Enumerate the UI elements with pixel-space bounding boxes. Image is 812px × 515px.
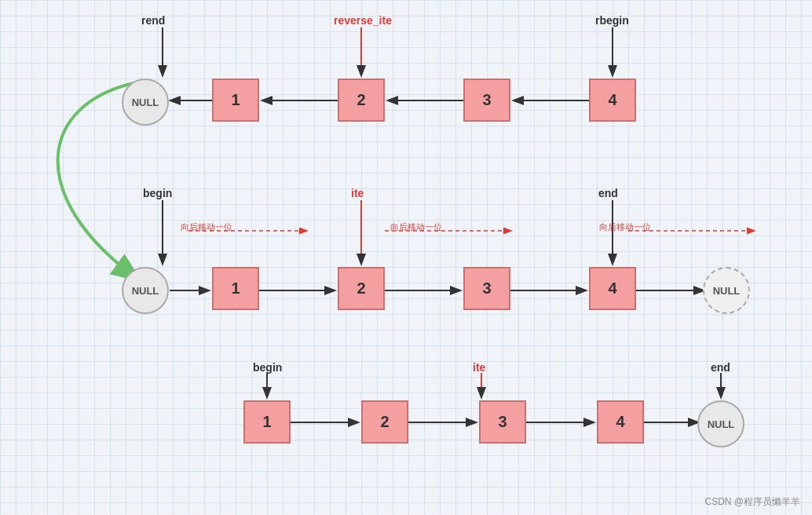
move-label-1: 向后移动一位 [181, 221, 232, 233]
label-ite-row2: ite [351, 187, 364, 199]
label-end-row3: end [711, 361, 730, 374]
node-row3-3: 3 [479, 400, 526, 444]
label-begin-row2: begin [143, 187, 172, 199]
node-row1-1: 1 [212, 79, 259, 122]
label-rend: rend [141, 14, 165, 27]
move-label-3: 向后移动一位 [599, 221, 651, 233]
node-row3-2: 2 [361, 400, 408, 444]
null-circle-row3-end: NULL [697, 400, 744, 447]
diagram-container: NULL 1 2 3 4 rend reverse_ite rbegin NUL… [0, 0, 812, 515]
label-end-row2: end [598, 187, 618, 199]
node-row3-4: 4 [597, 400, 644, 444]
label-ite-row3: ite [473, 361, 485, 374]
node-row1-4: 4 [589, 79, 636, 122]
node-row2-4: 4 [589, 267, 636, 310]
watermark: CSDN @程序员懒羊羊 [704, 495, 800, 509]
node-row2-3: 3 [463, 267, 510, 310]
node-row2-1: 1 [212, 267, 259, 310]
label-rbegin: rbegin [595, 14, 629, 27]
move-label-2: 向后移动一位 [390, 221, 442, 233]
node-row3-1: 1 [243, 400, 291, 444]
label-begin-row3: begin [253, 361, 282, 374]
node-row1-3: 3 [463, 79, 510, 122]
null-circle-row2-end: NULL [703, 267, 750, 314]
node-row1-2: 2 [338, 79, 385, 122]
null-circle-row1: NULL [122, 79, 169, 126]
label-reverse-ite: reverse_ite [334, 14, 392, 27]
null-circle-row2: NULL [122, 267, 169, 314]
node-row2-2: 2 [338, 267, 385, 310]
